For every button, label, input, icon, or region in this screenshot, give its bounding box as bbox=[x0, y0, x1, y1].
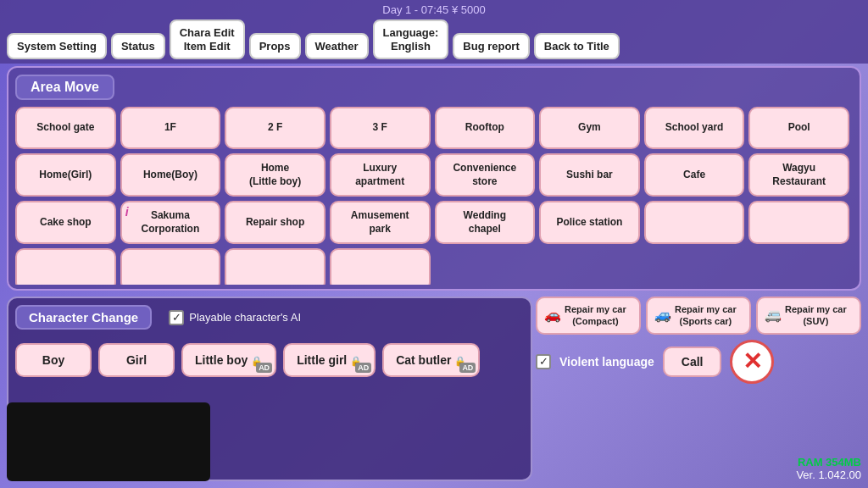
violent-language-label: Violent language bbox=[559, 355, 654, 369]
system-setting-button[interactable]: System Setting bbox=[7, 33, 107, 60]
repair-sports-button[interactable]: 🚙 Repair my car(Sports car) bbox=[646, 297, 751, 335]
area-btn-1f[interactable]: 1F bbox=[120, 107, 221, 149]
repair-suv-label: Repair my car(SUV) bbox=[785, 303, 847, 328]
area-btn-wagyu[interactable]: WagyuRestaurant bbox=[748, 153, 849, 197]
repair-compact-button[interactable]: 🚗 Repair my car(Compact) bbox=[536, 297, 641, 335]
char-btn-little-boy[interactable]: Little boy 🔒 AD bbox=[181, 343, 276, 377]
ad-badge-little-girl: AD bbox=[355, 363, 371, 373]
char-label-cat-butler: Cat butler bbox=[396, 353, 451, 367]
language-button[interactable]: Language: English bbox=[373, 19, 449, 59]
char-btn-boy[interactable]: Boy bbox=[15, 343, 92, 377]
area-btn-sushi-bar[interactable]: Sushi bar bbox=[539, 153, 640, 197]
area-btn-amusement-park[interactable]: Amusementpark bbox=[330, 201, 431, 244]
area-btn-empty1[interactable] bbox=[644, 201, 745, 244]
repair-suv-button[interactable]: 🚐 Repair my car(SUV) bbox=[756, 297, 861, 335]
char-btn-cat-butler[interactable]: Cat butler 🔒 AD bbox=[382, 343, 480, 377]
suv-car-icon: 🚐 bbox=[765, 307, 782, 324]
ad-badge-little-boy: AD bbox=[256, 363, 272, 373]
area-btn-empty2[interactable] bbox=[748, 201, 849, 244]
area-btn-empty4[interactable] bbox=[120, 248, 221, 285]
playable-ai-label: Playable character's AI bbox=[189, 311, 301, 324]
weather-button[interactable]: Weather bbox=[305, 33, 369, 60]
character-buttons: Boy Girl Little boy 🔒 AD Little girl 🔒 A… bbox=[15, 343, 524, 377]
area-btn-gym[interactable]: Gym bbox=[539, 107, 640, 149]
char-btn-little-girl[interactable]: Little girl 🔒 AD bbox=[283, 343, 376, 377]
sports-car-icon: 🚙 bbox=[654, 307, 671, 324]
chara-item-edit-button[interactable]: Chara Edit Item Edit bbox=[170, 19, 245, 59]
area-btn-school-yard[interactable]: School yard bbox=[644, 107, 745, 149]
area-btn-3f[interactable]: 3 F bbox=[330, 107, 431, 149]
top-bar: Day 1 - 07:45 ¥ 5000 System Setting Stat… bbox=[0, 0, 868, 64]
area-btn-wedding-chapel[interactable]: Weddingchapel bbox=[435, 201, 536, 244]
area-btn-empty5[interactable] bbox=[225, 248, 326, 285]
area-btn-2f[interactable]: 2 F bbox=[225, 107, 326, 149]
area-btn-home-girl[interactable]: Home(Girl) bbox=[15, 153, 116, 197]
char-label-little-girl: Little girl bbox=[297, 353, 347, 367]
close-x-icon: ✕ bbox=[743, 347, 762, 375]
playable-ai-row: ✓ Playable character's AI bbox=[169, 310, 301, 325]
character-change-title: Character Change bbox=[15, 305, 152, 330]
area-btn-cake-shop[interactable]: Cake shop bbox=[15, 201, 116, 244]
status-button[interactable]: Status bbox=[111, 33, 165, 60]
bottom-right-panel: 🚗 Repair my car(Compact) 🚙 Repair my car… bbox=[536, 297, 861, 481]
call-button[interactable]: Call bbox=[663, 347, 722, 377]
compact-car-icon: 🚗 bbox=[544, 307, 561, 324]
area-btn-school-gate[interactable]: School gate bbox=[15, 107, 116, 149]
violent-language-checkbox[interactable]: ✓ bbox=[536, 354, 551, 369]
repair-compact-label: Repair my car(Compact) bbox=[565, 303, 626, 328]
area-btn-luxury-apartment[interactable]: Luxuryapartment bbox=[330, 153, 431, 197]
ver-info: Ver. 1.042.00 bbox=[536, 469, 861, 481]
area-btn-empty3[interactable] bbox=[15, 248, 116, 285]
area-btn-pool[interactable]: Pool bbox=[748, 107, 849, 149]
area-btn-home-boy[interactable]: Home(Boy) bbox=[120, 153, 221, 197]
area-btn-convenience-store[interactable]: Conveniencestore bbox=[435, 153, 536, 197]
day-info: Day 1 - 07:45 ¥ 5000 bbox=[382, 3, 485, 16]
area-btn-rooftop[interactable]: Rooftop bbox=[435, 107, 536, 149]
area-grid: School gate 1F 2 F 3 F Rooftop Gym Schoo… bbox=[15, 107, 853, 285]
area-btn-cafe[interactable]: Cafe bbox=[644, 153, 745, 197]
area-btn-police-station[interactable]: Police station bbox=[539, 201, 640, 244]
back-to-title-button[interactable]: Back to Title bbox=[534, 33, 620, 60]
repair-row: 🚗 Repair my car(Compact) 🚙 Repair my car… bbox=[536, 297, 861, 335]
char-label-little-boy: Little boy bbox=[195, 353, 248, 367]
area-btn-home-little-boy[interactable]: Home(Little boy) bbox=[225, 153, 326, 197]
area-btn-sakuma[interactable]: i SakumaCorporation bbox=[120, 201, 221, 244]
char-btn-girl[interactable]: Girl bbox=[98, 343, 175, 377]
area-move-panel: Area Move School gate 1F 2 F 3 F Rooftop… bbox=[7, 66, 861, 291]
ram-info: RAM 354MB bbox=[536, 456, 861, 469]
area-btn-empty6[interactable] bbox=[330, 248, 431, 285]
area-btn-repair-shop[interactable]: Repair shop bbox=[225, 201, 326, 244]
ad-badge-cat-butler: AD bbox=[459, 363, 476, 373]
close-button[interactable]: ✕ bbox=[730, 340, 774, 384]
info-icon: i bbox=[125, 204, 129, 219]
repair-sports-label: Repair my car(Sports car) bbox=[675, 303, 737, 328]
area-move-title: Area Move bbox=[15, 75, 114, 100]
playable-ai-checkbox[interactable]: ✓ bbox=[169, 310, 184, 325]
bug-report-button[interactable]: Bug report bbox=[453, 33, 529, 60]
violent-language-row: ✓ Violent language Call ✕ bbox=[536, 340, 861, 384]
preview-area bbox=[7, 402, 210, 481]
props-button[interactable]: Props bbox=[249, 33, 301, 60]
